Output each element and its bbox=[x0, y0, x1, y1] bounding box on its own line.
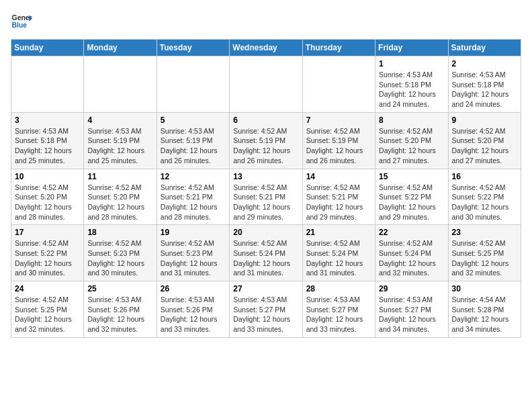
day-number: 1 bbox=[379, 59, 444, 68]
calendar-cell: 16Sunrise: 4:52 AM Sunset: 5:22 PM Dayli… bbox=[448, 169, 521, 225]
calendar-cell: 18Sunrise: 4:52 AM Sunset: 5:23 PM Dayli… bbox=[84, 225, 157, 281]
day-number: 24 bbox=[15, 284, 80, 293]
day-info: Sunrise: 4:53 AM Sunset: 5:19 PM Dayligh… bbox=[87, 126, 152, 166]
day-info: Sunrise: 4:52 AM Sunset: 5:25 PM Dayligh… bbox=[452, 238, 517, 278]
weekday-header-sunday: Sunday bbox=[11, 40, 84, 56]
header: General Blue bbox=[11, 11, 521, 32]
calendar-cell: 22Sunrise: 4:52 AM Sunset: 5:24 PM Dayli… bbox=[375, 225, 448, 281]
calendar-cell bbox=[11, 56, 84, 113]
weekday-header-monday: Monday bbox=[84, 40, 157, 56]
day-number: 21 bbox=[306, 228, 371, 237]
week-row-3: 10Sunrise: 4:52 AM Sunset: 5:20 PM Dayli… bbox=[11, 169, 521, 225]
svg-text:Blue: Blue bbox=[12, 21, 28, 29]
calendar-cell: 24Sunrise: 4:52 AM Sunset: 5:25 PM Dayli… bbox=[11, 281, 84, 338]
day-info: Sunrise: 4:53 AM Sunset: 5:18 PM Dayligh… bbox=[379, 70, 444, 109]
calendar-cell: 15Sunrise: 4:52 AM Sunset: 5:22 PM Dayli… bbox=[375, 169, 448, 225]
logo: General Blue bbox=[11, 11, 32, 32]
day-info: Sunrise: 4:52 AM Sunset: 5:24 PM Dayligh… bbox=[306, 238, 371, 278]
day-number: 8 bbox=[379, 116, 444, 125]
day-number: 16 bbox=[452, 172, 517, 181]
weekday-header-thursday: Thursday bbox=[302, 40, 375, 56]
weekday-header-wednesday: Wednesday bbox=[230, 40, 302, 56]
logo-icon: General Blue bbox=[11, 11, 32, 32]
day-number: 13 bbox=[233, 172, 298, 181]
day-number: 29 bbox=[379, 284, 444, 293]
calendar-cell: 23Sunrise: 4:52 AM Sunset: 5:25 PM Dayli… bbox=[448, 225, 521, 281]
week-row-5: 24Sunrise: 4:52 AM Sunset: 5:25 PM Dayli… bbox=[11, 281, 521, 338]
day-number: 3 bbox=[15, 116, 80, 125]
day-info: Sunrise: 4:54 AM Sunset: 5:28 PM Dayligh… bbox=[452, 295, 517, 334]
calendar-cell: 10Sunrise: 4:52 AM Sunset: 5:20 PM Dayli… bbox=[11, 169, 84, 225]
day-info: Sunrise: 4:53 AM Sunset: 5:26 PM Dayligh… bbox=[161, 295, 226, 334]
day-info: Sunrise: 4:53 AM Sunset: 5:18 PM Dayligh… bbox=[15, 126, 80, 166]
calendar-cell bbox=[302, 56, 375, 113]
day-info: Sunrise: 4:53 AM Sunset: 5:26 PM Dayligh… bbox=[87, 295, 152, 334]
calendar-cell: 21Sunrise: 4:52 AM Sunset: 5:24 PM Dayli… bbox=[302, 225, 375, 281]
day-info: Sunrise: 4:52 AM Sunset: 5:19 PM Dayligh… bbox=[233, 126, 298, 166]
weekday-header-friday: Friday bbox=[375, 40, 448, 56]
calendar-cell: 26Sunrise: 4:53 AM Sunset: 5:26 PM Dayli… bbox=[157, 281, 229, 338]
day-info: Sunrise: 4:52 AM Sunset: 5:24 PM Dayligh… bbox=[233, 238, 298, 278]
calendar-cell: 25Sunrise: 4:53 AM Sunset: 5:26 PM Dayli… bbox=[84, 281, 157, 338]
day-number: 30 bbox=[452, 284, 517, 293]
calendar-cell: 12Sunrise: 4:52 AM Sunset: 5:21 PM Dayli… bbox=[157, 169, 229, 225]
day-number: 28 bbox=[306, 284, 371, 293]
day-info: Sunrise: 4:52 AM Sunset: 5:25 PM Dayligh… bbox=[15, 295, 80, 334]
day-info: Sunrise: 4:52 AM Sunset: 5:22 PM Dayligh… bbox=[15, 238, 80, 278]
calendar-cell: 4Sunrise: 4:53 AM Sunset: 5:19 PM Daylig… bbox=[84, 112, 157, 169]
day-info: Sunrise: 4:52 AM Sunset: 5:21 PM Dayligh… bbox=[161, 183, 226, 222]
calendar-cell: 28Sunrise: 4:53 AM Sunset: 5:27 PM Dayli… bbox=[302, 281, 375, 338]
day-info: Sunrise: 4:52 AM Sunset: 5:20 PM Dayligh… bbox=[452, 126, 517, 166]
day-number: 14 bbox=[306, 172, 371, 181]
day-info: Sunrise: 4:52 AM Sunset: 5:20 PM Dayligh… bbox=[15, 183, 80, 222]
calendar-cell: 5Sunrise: 4:53 AM Sunset: 5:19 PM Daylig… bbox=[157, 112, 229, 169]
calendar-cell: 8Sunrise: 4:52 AM Sunset: 5:20 PM Daylig… bbox=[375, 112, 448, 169]
day-info: Sunrise: 4:52 AM Sunset: 5:22 PM Dayligh… bbox=[452, 183, 517, 222]
day-number: 11 bbox=[87, 172, 152, 181]
day-info: Sunrise: 4:52 AM Sunset: 5:20 PM Dayligh… bbox=[87, 183, 152, 222]
day-number: 22 bbox=[379, 228, 444, 237]
calendar-cell: 6Sunrise: 4:52 AM Sunset: 5:19 PM Daylig… bbox=[230, 112, 302, 169]
day-number: 18 bbox=[87, 228, 152, 237]
calendar-cell: 13Sunrise: 4:52 AM Sunset: 5:21 PM Dayli… bbox=[230, 169, 302, 225]
calendar-cell: 14Sunrise: 4:52 AM Sunset: 5:21 PM Dayli… bbox=[302, 169, 375, 225]
day-info: Sunrise: 4:52 AM Sunset: 5:20 PM Dayligh… bbox=[379, 126, 444, 166]
calendar-cell: 29Sunrise: 4:53 AM Sunset: 5:27 PM Dayli… bbox=[375, 281, 448, 338]
day-number: 10 bbox=[15, 172, 80, 181]
day-number: 15 bbox=[379, 172, 444, 181]
week-row-1: 1Sunrise: 4:53 AM Sunset: 5:18 PM Daylig… bbox=[11, 56, 521, 113]
calendar-cell: 7Sunrise: 4:52 AM Sunset: 5:19 PM Daylig… bbox=[302, 112, 375, 169]
calendar-cell: 30Sunrise: 4:54 AM Sunset: 5:28 PM Dayli… bbox=[448, 281, 521, 338]
day-info: Sunrise: 4:52 AM Sunset: 5:21 PM Dayligh… bbox=[233, 183, 298, 222]
week-row-2: 3Sunrise: 4:53 AM Sunset: 5:18 PM Daylig… bbox=[11, 112, 521, 169]
day-number: 27 bbox=[233, 284, 298, 293]
day-number: 4 bbox=[87, 116, 152, 125]
day-info: Sunrise: 4:52 AM Sunset: 5:22 PM Dayligh… bbox=[379, 183, 444, 222]
calendar-cell bbox=[230, 56, 302, 113]
day-info: Sunrise: 4:53 AM Sunset: 5:18 PM Dayligh… bbox=[452, 70, 517, 109]
calendar-cell: 20Sunrise: 4:52 AM Sunset: 5:24 PM Dayli… bbox=[230, 225, 302, 281]
day-number: 25 bbox=[87, 284, 152, 293]
week-row-4: 17Sunrise: 4:52 AM Sunset: 5:22 PM Dayli… bbox=[11, 225, 521, 281]
weekday-header-tuesday: Tuesday bbox=[157, 40, 229, 56]
calendar-body: 1Sunrise: 4:53 AM Sunset: 5:18 PM Daylig… bbox=[11, 56, 521, 338]
calendar-cell: 2Sunrise: 4:53 AM Sunset: 5:18 PM Daylig… bbox=[448, 56, 521, 113]
day-number: 23 bbox=[452, 228, 517, 237]
day-info: Sunrise: 4:52 AM Sunset: 5:21 PM Dayligh… bbox=[306, 183, 371, 222]
calendar-cell: 11Sunrise: 4:52 AM Sunset: 5:20 PM Dayli… bbox=[84, 169, 157, 225]
day-info: Sunrise: 4:53 AM Sunset: 5:27 PM Dayligh… bbox=[379, 295, 444, 334]
day-number: 19 bbox=[161, 228, 226, 237]
day-info: Sunrise: 4:52 AM Sunset: 5:24 PM Dayligh… bbox=[379, 238, 444, 278]
day-number: 7 bbox=[306, 116, 371, 125]
calendar-cell bbox=[84, 56, 157, 113]
day-info: Sunrise: 4:52 AM Sunset: 5:23 PM Dayligh… bbox=[161, 238, 226, 278]
day-number: 6 bbox=[233, 116, 298, 125]
calendar-cell bbox=[157, 56, 229, 113]
weekday-header-row: SundayMondayTuesdayWednesdayThursdayFrid… bbox=[11, 40, 521, 56]
calendar-cell: 27Sunrise: 4:53 AM Sunset: 5:27 PM Dayli… bbox=[230, 281, 302, 338]
day-number: 26 bbox=[161, 284, 226, 293]
calendar-cell: 3Sunrise: 4:53 AM Sunset: 5:18 PM Daylig… bbox=[11, 112, 84, 169]
day-number: 9 bbox=[452, 116, 517, 125]
day-info: Sunrise: 4:52 AM Sunset: 5:23 PM Dayligh… bbox=[87, 238, 152, 278]
day-info: Sunrise: 4:52 AM Sunset: 5:19 PM Dayligh… bbox=[306, 126, 371, 166]
